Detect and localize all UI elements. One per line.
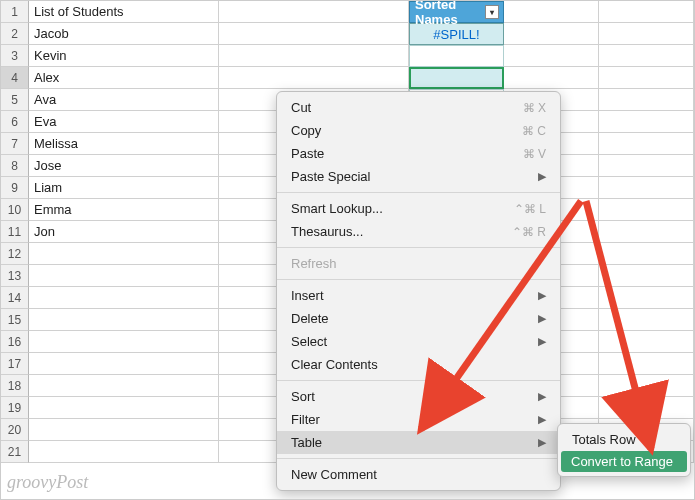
- cell-col-a[interactable]: [29, 397, 219, 419]
- cell-empty[interactable]: [219, 67, 409, 89]
- row-header[interactable]: 12: [1, 243, 29, 265]
- row-header[interactable]: 9: [1, 177, 29, 199]
- cell-empty[interactable]: [219, 45, 409, 67]
- cell-col-a[interactable]: Jose: [29, 155, 219, 177]
- row-header[interactable]: 21: [1, 441, 29, 463]
- cell-empty[interactable]: [599, 331, 694, 353]
- menu-copy[interactable]: Copy⌘ C: [277, 119, 560, 142]
- row-header[interactable]: 2: [1, 23, 29, 45]
- cell-col-a[interactable]: Alex: [29, 67, 219, 89]
- cell-empty[interactable]: [599, 177, 694, 199]
- cell-col-a[interactable]: [29, 243, 219, 265]
- cell-col-a[interactable]: [29, 375, 219, 397]
- cell-col-a[interactable]: [29, 265, 219, 287]
- table-header-sorted[interactable]: Sorted Names▾: [409, 1, 504, 23]
- cell-empty[interactable]: [599, 221, 694, 243]
- row-header[interactable]: 15: [1, 309, 29, 331]
- row-header[interactable]: 20: [1, 419, 29, 441]
- menu-paste-special[interactable]: Paste Special▶: [277, 165, 560, 188]
- cell-empty[interactable]: [599, 133, 694, 155]
- menu-sort[interactable]: Sort▶: [277, 385, 560, 408]
- menu-table[interactable]: Table▶: [277, 431, 560, 454]
- row-header[interactable]: 18: [1, 375, 29, 397]
- cell-empty[interactable]: [504, 67, 599, 89]
- row-header[interactable]: 1: [1, 1, 29, 23]
- menu-insert[interactable]: Insert▶: [277, 284, 560, 307]
- context-menu: Cut⌘ X Copy⌘ C Paste⌘ V Paste Special▶ S…: [276, 91, 561, 491]
- cell-col-a[interactable]: Melissa: [29, 133, 219, 155]
- row-header[interactable]: 11: [1, 221, 29, 243]
- row-header[interactable]: 14: [1, 287, 29, 309]
- row-header[interactable]: 3: [1, 45, 29, 67]
- filter-dropdown-icon[interactable]: ▾: [485, 5, 499, 19]
- submenu-convert-to-range[interactable]: Convert to Range: [561, 451, 687, 472]
- menu-smart-lookup[interactable]: Smart Lookup...⌃⌘ L: [277, 197, 560, 220]
- cell-col-a[interactable]: Kevin: [29, 45, 219, 67]
- cell-empty[interactable]: [599, 155, 694, 177]
- cell-empty[interactable]: [219, 1, 409, 23]
- cell-col-a[interactable]: [29, 287, 219, 309]
- cell-col-a[interactable]: Jon: [29, 221, 219, 243]
- row-header[interactable]: 8: [1, 155, 29, 177]
- row-header[interactable]: 7: [1, 133, 29, 155]
- cell-empty[interactable]: [599, 45, 694, 67]
- row-header[interactable]: 10: [1, 199, 29, 221]
- row-header[interactable]: 13: [1, 265, 29, 287]
- menu-cut[interactable]: Cut⌘ X: [277, 96, 560, 119]
- cell-empty[interactable]: [599, 397, 694, 419]
- submenu-totals-row[interactable]: Totals Row: [558, 428, 690, 451]
- cell-col-a[interactable]: List of Students: [29, 1, 219, 23]
- cell-empty[interactable]: [599, 1, 694, 23]
- menu-thesaurus[interactable]: Thesaurus...⌃⌘ R: [277, 220, 560, 243]
- row-header[interactable]: 19: [1, 397, 29, 419]
- menu-clear[interactable]: Clear Contents: [277, 353, 560, 376]
- cell-empty[interactable]: [599, 353, 694, 375]
- cell-col-a[interactable]: [29, 353, 219, 375]
- menu-select[interactable]: Select▶: [277, 330, 560, 353]
- cell-empty[interactable]: [599, 23, 694, 45]
- row-header[interactable]: 17: [1, 353, 29, 375]
- menu-filter[interactable]: Filter▶: [277, 408, 560, 431]
- cell-empty[interactable]: [599, 309, 694, 331]
- cell-col-a[interactable]: [29, 309, 219, 331]
- watermark: groovyPost: [7, 472, 88, 493]
- cell-empty[interactable]: [504, 1, 599, 23]
- cell-empty[interactable]: [599, 111, 694, 133]
- cell-col-a[interactable]: Jacob: [29, 23, 219, 45]
- cell-empty[interactable]: [599, 243, 694, 265]
- menu-new-comment[interactable]: New Comment: [277, 463, 560, 486]
- cell-col-c[interactable]: [409, 45, 504, 67]
- menu-refresh: Refresh: [277, 252, 560, 275]
- cell-col-a[interactable]: [29, 419, 219, 441]
- cell-empty[interactable]: [599, 287, 694, 309]
- menu-delete[interactable]: Delete▶: [277, 307, 560, 330]
- cell-empty[interactable]: [599, 67, 694, 89]
- cell-col-a[interactable]: Ava: [29, 89, 219, 111]
- cell-empty[interactable]: [599, 265, 694, 287]
- row-header[interactable]: 4: [1, 67, 29, 89]
- row-header[interactable]: 16: [1, 331, 29, 353]
- cell-col-a[interactable]: [29, 441, 219, 463]
- cell-col-a[interactable]: Eva: [29, 111, 219, 133]
- cell-empty[interactable]: [599, 89, 694, 111]
- cell-empty[interactable]: [599, 199, 694, 221]
- cell-col-a[interactable]: [29, 331, 219, 353]
- cell-empty[interactable]: [219, 23, 409, 45]
- cell-empty[interactable]: [504, 45, 599, 67]
- cell-empty[interactable]: [599, 375, 694, 397]
- row-header[interactable]: 5: [1, 89, 29, 111]
- menu-paste[interactable]: Paste⌘ V: [277, 142, 560, 165]
- cell-empty[interactable]: [504, 23, 599, 45]
- cell-col-a[interactable]: Liam: [29, 177, 219, 199]
- cell-col-c[interactable]: [409, 67, 504, 89]
- row-header[interactable]: 6: [1, 111, 29, 133]
- cell-col-a[interactable]: Emma: [29, 199, 219, 221]
- table-submenu: Totals Row Convert to Range: [557, 423, 691, 477]
